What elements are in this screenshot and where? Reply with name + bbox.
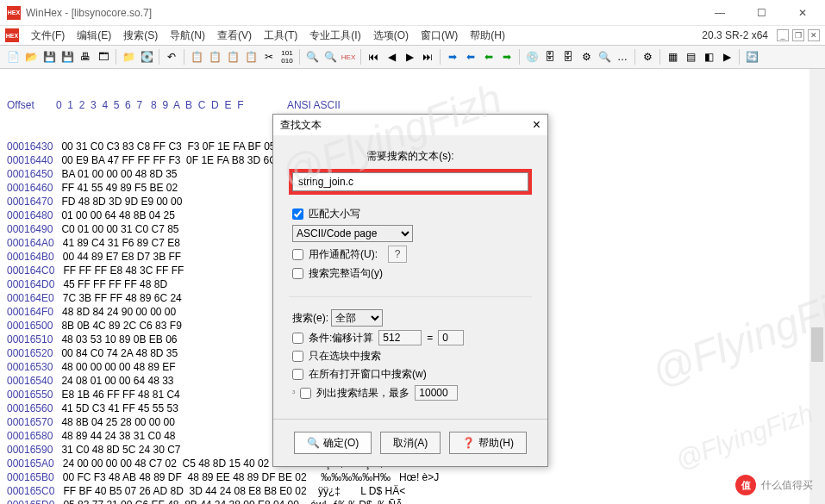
hex-row[interactable]: 000165D0 05 83 77 21 00 C6 EF 48 8B 44 2…: [7, 498, 818, 504]
save-icon[interactable]: 💾: [41, 49, 57, 65]
dialog-close-icon[interactable]: ×: [533, 117, 541, 133]
version-label: 20.3 SR-2 x64: [697, 28, 773, 43]
mag-icon[interactable]: 🔍: [597, 49, 612, 65]
cancel-button[interactable]: 取消(A): [380, 432, 441, 454]
menu-window[interactable]: 窗口(W): [416, 27, 463, 45]
cut-icon[interactable]: ✂: [261, 49, 277, 65]
nav-prev-icon[interactable]: ◀: [384, 49, 399, 65]
back-icon[interactable]: ⬅: [463, 49, 478, 65]
search-highlight: [289, 169, 532, 195]
paste2-icon[interactable]: 📋: [243, 49, 259, 65]
menu-help[interactable]: 帮助(H): [465, 27, 510, 45]
maximize-button[interactable]: ☐: [746, 3, 777, 23]
minimize-button[interactable]: —: [704, 3, 735, 23]
goto-icon[interactable]: ➡: [445, 49, 460, 65]
allwin-label: 在所有打开窗口中搜索(w): [309, 367, 427, 382]
encoding-select[interactable]: ASCII/Code page: [292, 225, 413, 242]
menu-view[interactable]: 查看(V): [212, 27, 257, 45]
fwd-icon[interactable]: ⬅: [481, 49, 497, 65]
offset-a-input[interactable]: [378, 330, 422, 345]
saveas-icon[interactable]: 💾: [59, 49, 75, 65]
view4-icon[interactable]: ▶: [719, 49, 734, 65]
listresults-checkbox[interactable]: [300, 388, 311, 399]
wildcards-label: 用作通配符(U):: [309, 247, 378, 262]
findhex-icon[interactable]: 🔍: [322, 49, 338, 65]
hex-row[interactable]: 000165B0 00 FC F3 48 AB 48 89 DF 48 89 E…: [7, 470, 818, 484]
disk-icon[interactable]: 💽: [139, 49, 154, 65]
menu-file[interactable]: 文件(F): [26, 27, 70, 45]
app-icon-small: HEX: [5, 28, 19, 42]
help-icon: ❓: [462, 437, 475, 449]
cog-icon[interactable]: ⚙: [640, 49, 655, 65]
toolbar: 📄 📂 💾 💾 🖶 🗔 📁 💽 ↶ 📋 📋 📋 📋 ✂ 101010 🔍 🔍 H…: [0, 45, 825, 69]
ok-button[interactable]: 🔍确定(O): [294, 432, 372, 454]
close-button[interactable]: ✕: [787, 3, 818, 23]
nav-first-icon[interactable]: ⏮: [366, 49, 381, 65]
matchcase-checkbox[interactable]: [292, 208, 303, 220]
window-title: WinHex - [libsynocore.so.7]: [26, 7, 704, 19]
app-icon: HEX: [7, 6, 21, 20]
matchcase-label: 匹配大小写: [309, 207, 360, 221]
help-button[interactable]: ❓帮助(H): [449, 432, 527, 454]
hex-row[interactable]: 000165C0 FF BF 40 B5 07 26 AD 8D 3D 44 2…: [7, 484, 818, 498]
offset-header: Offset: [7, 99, 34, 111]
menu-pro[interactable]: 专业工具(I): [304, 27, 366, 45]
menu-search[interactable]: 搜索(S): [118, 27, 163, 45]
view3-icon[interactable]: ◧: [701, 49, 716, 65]
menu-options[interactable]: 选项(O): [368, 27, 414, 45]
find-text-dialog: 查找文本 × 需要搜索的文本(s): 匹配大小写 ASCII/Code page…: [272, 114, 548, 467]
menu-navigate[interactable]: 导航(N): [165, 27, 210, 45]
open2-icon[interactable]: 📁: [121, 49, 136, 65]
menu-tools[interactable]: 工具(T): [259, 27, 303, 45]
smzdm-logo-icon: 值: [735, 475, 756, 495]
ram-icon[interactable]: 🗄: [542, 49, 558, 65]
smzdm-watermark: 值 什么值得买: [735, 475, 813, 495]
sync-icon[interactable]: 🔄: [744, 49, 759, 65]
inblock-checkbox[interactable]: [292, 351, 303, 362]
scroll-thumb[interactable]: [811, 327, 823, 362]
wildcard-char-button[interactable]: ?: [388, 246, 407, 263]
props-icon[interactable]: 🗔: [96, 49, 111, 65]
disk2-icon[interactable]: 💿: [524, 49, 540, 65]
wholewords-checkbox[interactable]: [292, 268, 303, 279]
allwin-checkbox[interactable]: [292, 369, 303, 380]
scope-label: 搜索(e):: [292, 312, 328, 324]
search-label: 需要搜索的文本(s):: [289, 149, 532, 164]
find-icon[interactable]: 🔍: [304, 49, 320, 65]
nav-last-icon[interactable]: ⏭: [420, 49, 435, 65]
inblock-label: 只在选块中搜索: [309, 349, 381, 364]
dialog-title: 查找文本: [280, 118, 322, 133]
wholewords-label: 搜索完整语句(y): [309, 266, 383, 281]
bits-icon[interactable]: 101010: [279, 49, 295, 65]
scope-select[interactable]: 全部: [331, 309, 383, 327]
new-icon[interactable]: 📄: [5, 49, 21, 65]
findtxt-icon[interactable]: HEX: [341, 49, 356, 65]
ascii-header: ANSI ASCII: [287, 99, 341, 111]
wildcards-checkbox[interactable]: [292, 249, 303, 260]
copy-icon[interactable]: 📋: [189, 49, 204, 65]
menu-edit[interactable]: 编辑(E): [72, 27, 116, 45]
view2-icon[interactable]: ▤: [683, 49, 698, 65]
scrollbar[interactable]: [809, 69, 825, 504]
offset-b-input[interactable]: [438, 330, 464, 345]
nav-next-icon[interactable]: ▶: [402, 49, 417, 65]
search-input[interactable]: [292, 172, 528, 191]
more-icon[interactable]: …: [615, 49, 630, 65]
listresults-label: 列出搜索结果，最多: [316, 386, 409, 401]
binoculars-icon: 🔍: [307, 437, 320, 449]
calc-icon[interactable]: ⚙: [578, 49, 594, 65]
mdi-restore-icon[interactable]: ❐: [792, 29, 804, 41]
print-icon[interactable]: 🖶: [78, 49, 93, 65]
mdi-min-icon[interactable]: _: [777, 29, 789, 41]
jump-icon[interactable]: ➡: [499, 49, 515, 65]
open-icon[interactable]: 📂: [23, 49, 39, 65]
maxresults-input[interactable]: [415, 385, 458, 401]
paste-icon[interactable]: 📋: [225, 49, 241, 65]
view1-icon[interactable]: ▦: [665, 49, 680, 65]
mdi-close-icon[interactable]: ✕: [808, 29, 820, 41]
undo-icon[interactable]: ↶: [164, 49, 179, 65]
offset-cond-checkbox[interactable]: [292, 333, 303, 344]
ram2-icon[interactable]: 🗄: [560, 49, 576, 65]
copy2-icon[interactable]: 📋: [207, 49, 222, 65]
offset-cond-label: 条件:偏移计算: [309, 331, 373, 345]
